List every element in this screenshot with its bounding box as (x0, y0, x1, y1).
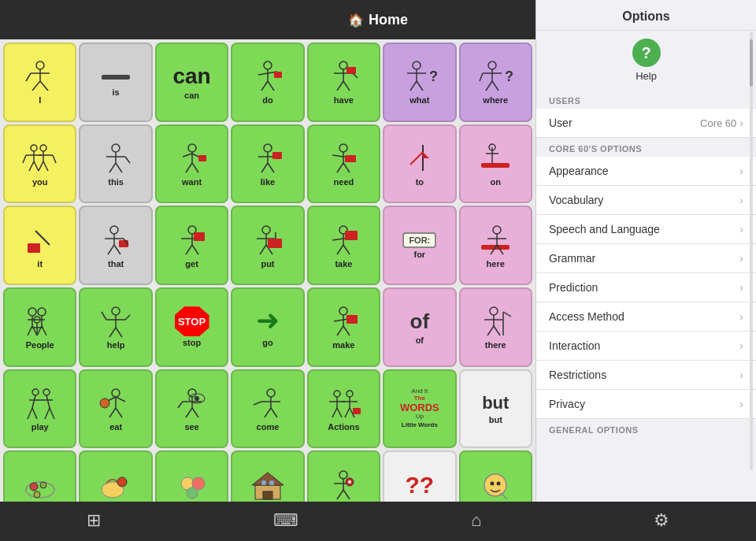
cell-take[interactable]: take (307, 206, 380, 285)
where-label: where (483, 95, 508, 105)
cell-little-words[interactable]: And It The WORDS Up Little Words (383, 369, 456, 449)
svg-point-151 (112, 389, 120, 397)
cell-have[interactable]: have (307, 43, 380, 122)
cell-people[interactable]: People (3, 287, 76, 367)
actions-label: Actions (328, 422, 359, 432)
svg-point-204 (484, 474, 506, 496)
svg-point-177 (346, 391, 353, 397)
options-grammar[interactable]: Grammar › (536, 244, 756, 273)
come-label: come (257, 422, 280, 432)
make-label: make (332, 340, 354, 350)
cell-but[interactable]: but but (459, 369, 532, 449)
keyboard-button[interactable]: ⌨ (273, 510, 298, 532)
home-icon: 🏠 (348, 13, 364, 28)
svg-line-41 (43, 161, 48, 171)
cell-actions[interactable]: Actions (307, 369, 380, 449)
cell-come[interactable]: come (231, 369, 304, 449)
is-label: is (113, 87, 120, 97)
svg-rect-196 (269, 480, 274, 485)
cell-what[interactable]: ? what (383, 43, 456, 122)
cell-make[interactable]: make (307, 287, 380, 367)
options-user-item[interactable]: User Core 60 › (536, 109, 756, 138)
cell-eat[interactable]: eat (79, 369, 152, 449)
svg-point-111 (38, 308, 46, 316)
prediction-label: Prediction (549, 281, 598, 294)
svg-line-15 (337, 81, 343, 91)
cell-play[interactable]: play (3, 369, 76, 449)
scroll-track (750, 31, 753, 470)
core60-section-label: CORE 60'S OPTIONS (536, 138, 756, 157)
options-interaction[interactable]: Interaction › (536, 332, 756, 361)
cell-can[interactable]: can can (155, 43, 228, 122)
cell-is[interactable]: is (79, 43, 152, 122)
restrictions-label: Restrictions (549, 369, 606, 381)
grid-row-3: it that (3, 206, 532, 285)
need-label: need (334, 177, 354, 187)
svg-point-184 (30, 483, 38, 491)
cell-there[interactable]: there (459, 287, 532, 367)
cell-want[interactable]: want (155, 124, 228, 204)
svg-rect-11 (274, 72, 282, 78)
svg-line-88 (186, 245, 192, 254)
options-privacy[interactable]: Privacy › (536, 390, 756, 419)
cell-see[interactable]: see (155, 369, 228, 449)
cell-you[interactable]: you (3, 124, 76, 204)
options-access[interactable]: Access Method › (536, 302, 756, 332)
vocabulary-chevron: › (739, 194, 743, 206)
for-tag: FOR: (402, 232, 436, 248)
svg-line-201 (343, 490, 350, 499)
options-speech[interactable]: Speech and Language › (536, 215, 756, 244)
options-vocabulary[interactable]: Vocabulary › (536, 186, 756, 215)
cell-where[interactable]: ? where (459, 43, 532, 122)
cell-this[interactable]: this (79, 124, 152, 204)
what-label: what (410, 95, 429, 105)
cell-need[interactable]: need (307, 124, 380, 204)
cell-help[interactable]: help (79, 287, 152, 367)
svg-point-186 (34, 491, 40, 498)
options-appearance[interactable]: Appearance › (536, 157, 756, 186)
svg-rect-72 (481, 163, 510, 168)
options-prediction[interactable]: Prediction › (536, 273, 756, 302)
cell-like[interactable]: like (231, 124, 304, 204)
grid-row-5: play eat (3, 369, 532, 449)
cell-get[interactable]: get (155, 206, 228, 285)
cell-go[interactable]: ➜ go (231, 287, 304, 367)
svg-line-165 (178, 402, 183, 408)
cell-of[interactable]: of of (383, 287, 456, 367)
cell-it[interactable]: it (3, 206, 76, 285)
speech-label: Speech and Language (549, 223, 660, 235)
this-label: this (108, 177, 124, 187)
appearance-chevron: › (739, 165, 743, 177)
cell-here[interactable]: here (459, 206, 532, 285)
cell-for[interactable]: FOR: for (383, 206, 456, 285)
cell-stop[interactable]: STOP stop (155, 287, 228, 367)
svg-line-39 (34, 161, 39, 171)
svg-line-128 (125, 315, 130, 320)
home-button[interactable]: ⌂ (471, 510, 481, 532)
is-symbol (102, 75, 130, 80)
user-item-value: Core 60 › (700, 117, 743, 129)
cell-i[interactable]: I (3, 43, 76, 122)
take-label: take (335, 259, 352, 269)
svg-rect-90 (194, 232, 205, 241)
svg-rect-195 (261, 480, 266, 485)
cell-that[interactable]: that (79, 206, 152, 285)
svg-point-63 (339, 144, 347, 152)
svg-point-158 (188, 389, 196, 397)
cell-do[interactable]: do (231, 43, 304, 122)
cell-to[interactable]: to (383, 124, 456, 204)
cell-on[interactable]: on (459, 124, 532, 204)
options-restrictions[interactable]: Restrictions › (536, 361, 756, 390)
get-icon (172, 223, 213, 258)
little-words-content: And It The WORDS Up (400, 388, 439, 421)
svg-point-129 (339, 307, 347, 315)
help-label: Help (636, 70, 657, 82)
svg-line-180 (345, 408, 350, 417)
svg-point-57 (264, 144, 272, 152)
svg-line-81 (108, 245, 114, 254)
grid-view-button[interactable]: ⊞ (87, 510, 101, 532)
people-icon (20, 304, 61, 339)
cell-put[interactable]: put (231, 206, 304, 285)
settings-button[interactable]: ⚙ (654, 510, 669, 532)
describe-icon (323, 468, 364, 502)
